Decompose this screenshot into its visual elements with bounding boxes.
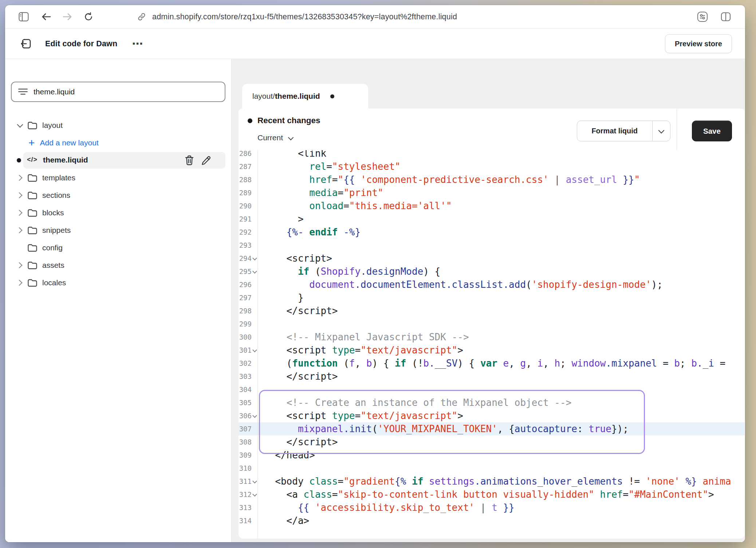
sidebar-item-config[interactable]: config — [5, 239, 231, 257]
tab-path-prefix: layout/ — [252, 92, 275, 101]
chevron-right-icon[interactable] — [16, 261, 24, 269]
tab-unsaved-dot — [330, 94, 334, 98]
sidebar-toggle-icon[interactable] — [18, 11, 29, 22]
code-line-303[interactable]: 303 </script> — [239, 370, 745, 383]
chevron-down-icon[interactable] — [16, 121, 24, 129]
page-title: Edit code for Dawn — [45, 39, 117, 48]
code-line-305[interactable]: 305 <!-- Create an instance of the Mixpa… — [239, 396, 745, 409]
exit-editor-icon[interactable] — [20, 38, 32, 50]
folder-icon — [27, 121, 38, 130]
folder-icon — [27, 208, 38, 217]
folder-icon — [27, 191, 38, 200]
search-value: theme.liquid — [34, 87, 75, 96]
code-line-313[interactable]: 313 {{ 'accessibility.skip_to_text' | t … — [239, 501, 745, 514]
delete-file-icon[interactable] — [184, 155, 194, 165]
version-selector[interactable]: Current — [257, 133, 294, 142]
code-line-293[interactable]: 293 — [239, 239, 745, 252]
tab-bar: layout/theme.liquid — [232, 84, 745, 109]
folder-label: locales — [42, 278, 66, 287]
folder-icon — [27, 226, 38, 235]
code-line-298[interactable]: 298 </script> — [239, 304, 745, 317]
sidebar-item-sections[interactable]: sections — [5, 187, 231, 204]
code-line-297[interactable]: 297 } — [239, 291, 745, 304]
editor-main: layout/theme.liquid Recent changes Curre… — [232, 59, 745, 542]
code-line-295[interactable]: 295 if (Shopify.designMode) { — [239, 265, 745, 278]
sidebar-item-snippets[interactable]: snippets — [5, 222, 231, 239]
file-tree: layout + Add a new layout </> theme.liqu… — [5, 117, 231, 291]
reload-icon[interactable] — [83, 11, 94, 22]
chevron-right-icon[interactable] — [16, 191, 24, 199]
code-line-307[interactable]: 307 mixpanel.init('YOUR_MIXPANEL_TOKEN',… — [239, 422, 745, 435]
sidebar-item-assets[interactable]: assets — [5, 257, 231, 274]
recent-changes-label: Recent changes — [257, 116, 320, 125]
code-editor[interactable]: 286 <link287 rel="stylesheet"288 href="{… — [239, 150, 745, 539]
code-line-300[interactable]: 300 <!-- Mixpanel Javascript SDK --> — [239, 330, 745, 344]
code-line-302[interactable]: 302 (function (f, b) { if (!b.__SV) { va… — [239, 357, 745, 370]
desktop-background: admin.shopify.com/store/rzq1xu-f5/themes… — [0, 0, 756, 548]
gutter-divider — [257, 150, 258, 539]
folder-label: snippets — [42, 226, 71, 235]
browser-toolbar: admin.shopify.com/store/rzq1xu-f5/themes… — [5, 5, 745, 28]
tab-file-name: theme.liquid — [275, 92, 320, 101]
sidebar-item-layout[interactable]: layout — [5, 117, 231, 134]
link-icon — [136, 11, 147, 22]
code-line-304[interactable]: 304 — [239, 383, 745, 396]
editor-toolbar: Recent changes Current Format liquid — [239, 109, 745, 150]
chevron-right-icon[interactable] — [16, 279, 24, 287]
sidebar-item-templates[interactable]: templates — [5, 169, 231, 187]
browser-window: admin.shopify.com/store/rzq1xu-f5/themes… — [5, 5, 745, 542]
chevron-right-icon[interactable] — [16, 209, 24, 217]
url-bar[interactable]: admin.shopify.com/store/rzq1xu-f5/themes… — [152, 12, 457, 21]
code-line-308[interactable]: 308 </script> — [239, 435, 745, 449]
folder-label: blocks — [42, 208, 64, 217]
add-new-layout-button[interactable]: + Add a new layout — [5, 134, 231, 152]
code-line-312[interactable]: 312 <a class="skip-to-content-link butto… — [239, 488, 745, 501]
app-header: Edit code for Dawn ⋯ Preview store — [5, 29, 745, 59]
back-icon[interactable] — [41, 11, 52, 22]
code-line-299[interactable]: 299 — [239, 317, 745, 330]
code-line-309[interactable]: 309 </head> — [239, 449, 745, 462]
code-line-291[interactable]: 291 > — [239, 212, 745, 226]
code-line-311[interactable]: 311 <body class="gradient{% if settings.… — [239, 475, 745, 488]
sidebar-item-theme-liquid[interactable]: </> theme.liquid — [5, 152, 231, 169]
folder-label: sections — [42, 191, 70, 200]
split-view-icon[interactable] — [720, 11, 731, 22]
code-line-286[interactable]: 286 <link — [239, 150, 745, 160]
file-sidebar: theme.liquid layout + Add — [5, 59, 232, 542]
folder-label: assets — [42, 261, 64, 270]
code-line-289[interactable]: 289 media="print" — [239, 186, 745, 199]
chevron-down-icon[interactable] — [653, 121, 670, 141]
folder-icon — [27, 278, 38, 287]
code-line-290[interactable]: 290 onload="this.media='all'" — [239, 199, 745, 212]
code-line-294[interactable]: 294 <script> — [239, 252, 745, 265]
save-button[interactable]: Save — [692, 121, 732, 141]
code-line-296[interactable]: 296 document.documentElement.classList.a… — [239, 278, 745, 291]
folder-label: layout — [42, 121, 63, 130]
forward-icon[interactable] — [62, 11, 73, 22]
sidebar-item-locales[interactable]: locales — [5, 274, 231, 291]
code-line-292[interactable]: 292 {%- endif -%} — [239, 226, 745, 239]
file-search-input[interactable]: theme.liquid — [11, 82, 225, 102]
code-lines: 286 <link287 rel="stylesheet"288 href="{… — [239, 150, 745, 527]
changes-dot — [248, 118, 252, 123]
code-line-288[interactable]: 288 href="{{ 'component-predictive-searc… — [239, 173, 745, 186]
toolbar-divider — [677, 109, 677, 150]
folder-label: config — [42, 243, 63, 252]
code-line-314[interactable]: 314 </a> — [239, 514, 745, 527]
format-liquid-button[interactable]: Format liquid — [577, 121, 670, 141]
preview-store-button[interactable]: Preview store — [665, 34, 732, 53]
code-line-310[interactable]: 310 — [239, 462, 745, 475]
code-line-301[interactable]: 301 <script type="text/javascript"> — [239, 344, 745, 357]
editor-sheet: Recent changes Current Format liquid — [239, 109, 745, 539]
code-line-306[interactable]: 306 <script type="text/javascript"> — [239, 409, 745, 422]
edit-file-icon[interactable] — [201, 155, 211, 165]
tab-theme-liquid[interactable]: layout/theme.liquid — [242, 84, 368, 109]
code-line-287[interactable]: 287 rel="stylesheet" — [239, 160, 745, 173]
overflow-menu-icon[interactable]: ⋯ — [132, 42, 143, 46]
chevron-right-icon[interactable] — [16, 226, 24, 234]
folder-icon — [27, 173, 38, 182]
format-liquid-label: Format liquid — [577, 121, 652, 141]
sidebar-item-blocks[interactable]: blocks — [5, 204, 231, 222]
chevron-right-icon[interactable] — [16, 174, 24, 182]
browser-settings-icon[interactable] — [697, 11, 708, 22]
